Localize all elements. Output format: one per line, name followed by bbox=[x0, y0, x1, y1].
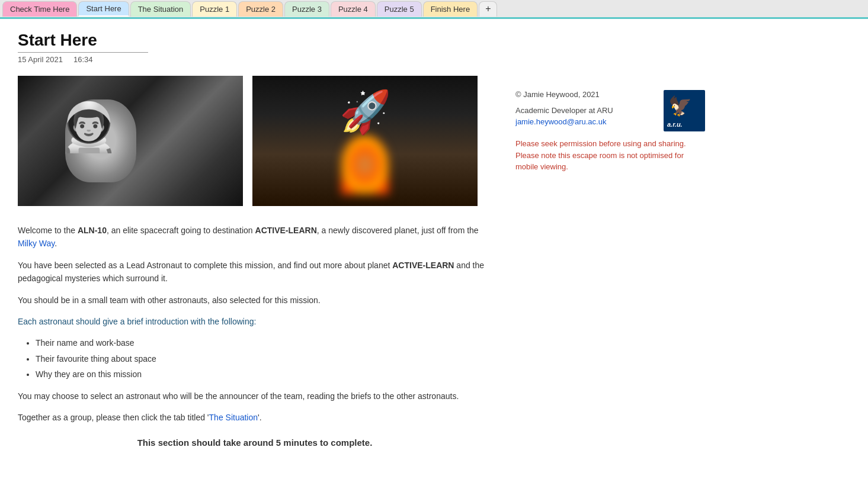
astronaut-image bbox=[18, 76, 243, 206]
active-learn-label-1: ACTIVE-LEARN bbox=[255, 226, 317, 235]
tab-finish-here[interactable]: Finish Here bbox=[423, 1, 478, 17]
paragraph-5: You may choose to select an astronaut wh… bbox=[18, 390, 492, 403]
page-time: 16:34 bbox=[73, 55, 93, 64]
main-content: Start Here 15 April 2021 16:34 Welcome t… bbox=[0, 19, 868, 470]
spacex-image bbox=[252, 76, 478, 206]
tab-puzzle1[interactable]: Puzzle 1 bbox=[192, 1, 237, 17]
tab-puzzle3[interactable]: Puzzle 3 bbox=[284, 1, 329, 17]
aru-logo: 🦅 bbox=[664, 90, 705, 131]
tab-new[interactable]: + bbox=[479, 1, 497, 17]
page-meta: 15 April 2021 16:34 bbox=[18, 55, 492, 64]
right-sidebar: 🦅 © Jamie Heywood, 2021 Academic Develop… bbox=[515, 31, 705, 458]
footer-text: This section should take around 5 minute… bbox=[18, 436, 492, 450]
sidebar-info: 🦅 © Jamie Heywood, 2021 Academic Develop… bbox=[515, 90, 705, 133]
aln10-label: ALN-10 bbox=[78, 226, 107, 235]
page-date: 15 April 2021 bbox=[18, 55, 63, 64]
title-divider bbox=[18, 52, 148, 53]
tab-check-time[interactable]: Check Time Here bbox=[2, 1, 77, 17]
tab-puzzle2[interactable]: Puzzle 2 bbox=[238, 1, 283, 17]
aru-bird-icon: 🦅 bbox=[668, 95, 692, 117]
sidebar-email-link[interactable]: jamie.heywood@aru.ac.uk bbox=[515, 117, 606, 126]
page-title: Start Here bbox=[18, 31, 492, 50]
paragraph-3: You should be in a small team with other… bbox=[18, 294, 492, 307]
bullet-item-1: Their name and work-base bbox=[36, 336, 492, 349]
bullet-item-2: Their favourite thing about space bbox=[36, 352, 492, 365]
paragraph-2: You have been selected as a Lead Astrona… bbox=[18, 259, 492, 285]
active-learn-label-2: ACTIVE-LEARN bbox=[392, 261, 454, 270]
the-situation-link[interactable]: The Situation bbox=[209, 413, 258, 422]
bullet-item-3: Why they are on this mission bbox=[36, 368, 492, 381]
bullet-list: Their name and work-base Their favourite… bbox=[36, 336, 492, 381]
paragraph-1: Welcome to the ALN-10, an elite spacecra… bbox=[18, 224, 492, 250]
tab-bar: Check Time Here Start Here The Situation… bbox=[0, 0, 868, 19]
paragraph-4: Each astronaut should give a brief intro… bbox=[18, 315, 492, 328]
tab-puzzle5[interactable]: Puzzle 5 bbox=[377, 1, 422, 17]
tab-start-here[interactable]: Start Here bbox=[78, 1, 129, 17]
image-row bbox=[18, 76, 492, 206]
sidebar-notice: Please seek permission before using and … bbox=[515, 133, 705, 173]
tab-the-situation[interactable]: The Situation bbox=[130, 1, 191, 17]
paragraph-6: Together as a group, please then click t… bbox=[18, 411, 492, 424]
left-content: Start Here 15 April 2021 16:34 Welcome t… bbox=[18, 31, 492, 458]
text-content: Welcome to the ALN-10, an elite spacecra… bbox=[18, 224, 492, 450]
milky-way-link[interactable]: Milky Way bbox=[18, 239, 55, 248]
tab-puzzle4[interactable]: Puzzle 4 bbox=[331, 1, 376, 17]
